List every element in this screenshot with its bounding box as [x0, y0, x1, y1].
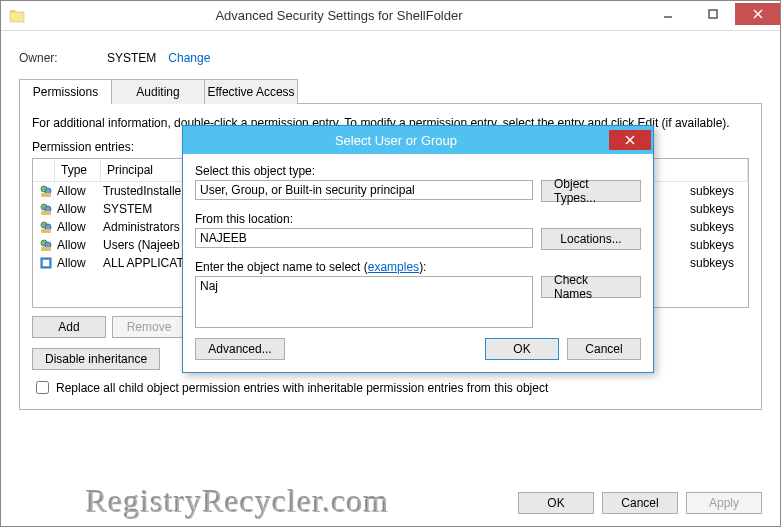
dialog-cancel-button[interactable]: Cancel — [567, 338, 641, 360]
close-button[interactable] — [735, 3, 780, 25]
minimize-button[interactable] — [645, 3, 690, 25]
col-type[interactable]: Type — [55, 159, 101, 181]
change-owner-link[interactable]: Change — [168, 51, 210, 65]
check-names-button[interactable]: Check Names — [541, 276, 641, 298]
dialog-title: Select User or Group — [183, 133, 609, 148]
svg-rect-17 — [43, 260, 49, 266]
cancel-button[interactable]: Cancel — [602, 492, 678, 514]
row-type: Allow — [55, 238, 101, 252]
users-icon — [37, 220, 55, 234]
dialog-ok-button[interactable]: OK — [485, 338, 559, 360]
dialog-close-button[interactable] — [609, 130, 651, 150]
svg-rect-15 — [41, 247, 51, 251]
location-label: From this location: — [195, 212, 641, 226]
watermark: RegistryRecycler.com — [86, 483, 389, 520]
row-tail: subkeys — [688, 184, 744, 198]
owner-row: Owner: SYSTEM Change — [19, 51, 762, 65]
object-type-field: User, Group, or Built-in security princi… — [195, 180, 533, 200]
object-name-input[interactable] — [195, 276, 533, 328]
svg-rect-1 — [709, 10, 717, 18]
locations-button[interactable]: Locations... — [541, 228, 641, 250]
window-title: Advanced Security Settings for ShellFold… — [33, 8, 645, 23]
svg-rect-6 — [41, 193, 51, 197]
tab-auditing[interactable]: Auditing — [112, 79, 205, 104]
row-type: Allow — [55, 202, 101, 216]
svg-rect-9 — [41, 211, 51, 215]
remove-button: Remove — [112, 316, 186, 338]
row-type: Allow — [55, 184, 101, 198]
row-tail: subkeys — [688, 238, 744, 252]
row-tail: subkeys — [688, 202, 744, 216]
replace-checkbox-row: Replace all child object permission entr… — [32, 378, 749, 397]
object-types-button[interactable]: Object Types... — [541, 180, 641, 202]
location-field: NAJEEB — [195, 228, 533, 248]
examples-link[interactable]: examples — [368, 260, 419, 274]
advanced-button[interactable]: Advanced... — [195, 338, 285, 360]
tab-effective-access[interactable]: Effective Access — [205, 79, 298, 104]
row-tail: subkeys — [688, 256, 744, 270]
replace-checkbox-label: Replace all child object permission entr… — [56, 381, 548, 395]
row-type: Allow — [55, 220, 101, 234]
svg-rect-12 — [41, 229, 51, 233]
users-icon — [37, 202, 55, 216]
owner-value: SYSTEM — [107, 51, 156, 65]
maximize-button[interactable] — [690, 3, 735, 25]
folder-icon — [9, 9, 25, 23]
add-button[interactable]: Add — [32, 316, 106, 338]
package-icon — [37, 256, 55, 270]
tab-permissions[interactable]: Permissions — [19, 79, 112, 104]
owner-label: Owner: — [19, 51, 107, 65]
col-icon[interactable] — [33, 159, 55, 181]
object-type-label: Select this object type: — [195, 164, 641, 178]
enter-label-prefix: Enter the object name to select ( — [195, 260, 368, 274]
ok-button[interactable]: OK — [518, 492, 594, 514]
tabs: Permissions Auditing Effective Access — [19, 79, 762, 104]
disable-inheritance-button[interactable]: Disable inheritance — [32, 348, 160, 370]
select-user-dialog: Select User or Group Select this object … — [182, 125, 654, 373]
enter-name-label: Enter the object name to select (example… — [195, 260, 641, 274]
row-tail: subkeys — [688, 220, 744, 234]
window-titlebar: Advanced Security Settings for ShellFold… — [1, 1, 780, 31]
replace-checkbox[interactable] — [36, 381, 49, 394]
users-icon — [37, 238, 55, 252]
row-type: Allow — [55, 256, 101, 270]
enter-label-suffix: ): — [419, 260, 426, 274]
apply-button: Apply — [686, 492, 762, 514]
dialog-titlebar: Select User or Group — [183, 126, 653, 154]
dialog-bottom-buttons: OK Cancel Apply — [518, 492, 762, 514]
users-icon — [37, 184, 55, 198]
